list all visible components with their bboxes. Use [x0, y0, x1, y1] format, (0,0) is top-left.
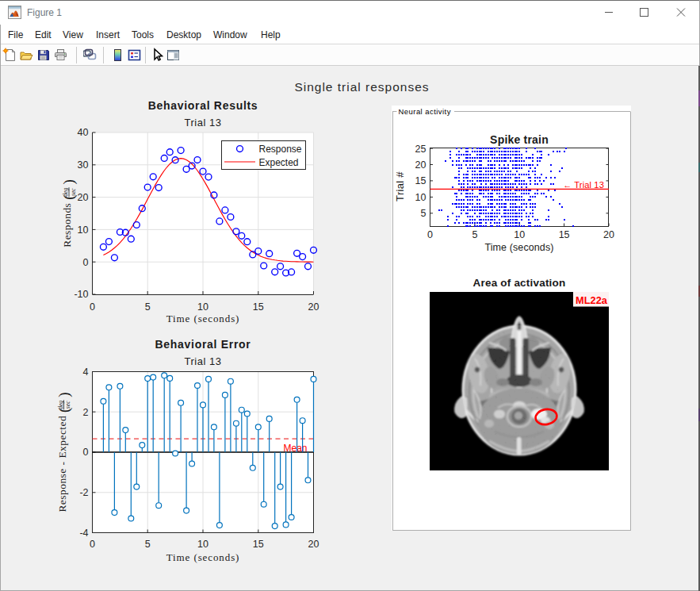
svg-text:15: 15: [415, 175, 427, 186]
svg-text:Time (seconds): Time (seconds): [166, 313, 240, 324]
svg-text:5: 5: [421, 208, 427, 219]
svg-text:20: 20: [603, 229, 614, 240]
svg-text:Response - Expected: Response - Expected: [56, 416, 68, 512]
svg-text:20: 20: [308, 301, 319, 313]
svg-text:0: 0: [427, 229, 433, 240]
svg-text:40: 40: [78, 127, 89, 138]
svg-text:30: 30: [78, 159, 89, 171]
svg-text:20: 20: [78, 192, 89, 203]
svg-text:15: 15: [559, 229, 570, 240]
svg-text:15: 15: [253, 539, 264, 550]
svg-text:Time (seconds): Time (seconds): [166, 551, 240, 563]
svg-text:15: 15: [253, 301, 264, 313]
svg-text:2: 2: [83, 407, 89, 418]
svg-text:sec: sec: [64, 401, 71, 409]
svg-text:deg: deg: [57, 401, 64, 409]
svg-text:Area of activation: Area of activation: [473, 277, 566, 289]
svg-text:4: 4: [83, 366, 89, 378]
svg-text:-4: -4: [79, 528, 88, 539]
svg-text:): ): [55, 392, 73, 397]
svg-text:5: 5: [145, 539, 151, 550]
svg-text:Mean: Mean: [283, 443, 307, 454]
svg-text:Trial #: Trial #: [394, 171, 406, 201]
svg-text:Expected: Expected: [259, 157, 299, 168]
svg-text:ML22a: ML22a: [576, 294, 608, 306]
svg-text:0: 0: [83, 447, 89, 458]
svg-text:20: 20: [415, 159, 427, 171]
svg-text:Behavioral Results: Behavioral Results: [148, 99, 258, 112]
svg-text:Trial 13: Trial 13: [185, 117, 222, 129]
svg-text:10: 10: [197, 301, 208, 313]
svg-text:20: 20: [308, 539, 319, 550]
svg-text:Single trial responses: Single trial responses: [294, 80, 429, 94]
svg-text:Response: Response: [259, 144, 302, 155]
svg-text:0: 0: [90, 301, 95, 313]
svg-text:5: 5: [472, 229, 477, 240]
svg-text:Responds: Responds: [61, 203, 73, 248]
svg-text:sec: sec: [70, 188, 77, 196]
svg-text:25: 25: [415, 144, 427, 155]
svg-text:5: 5: [145, 301, 151, 313]
svg-text:Behavioral Error: Behavioral Error: [155, 338, 251, 351]
svg-text:Spike train: Spike train: [490, 133, 549, 146]
svg-text:← Trial 13: ← Trial 13: [563, 180, 604, 190]
svg-text:-10: -10: [74, 289, 88, 300]
svg-text:10: 10: [415, 192, 427, 203]
svg-text:10: 10: [197, 539, 208, 550]
svg-text:0: 0: [90, 539, 95, 550]
svg-text:deg: deg: [62, 188, 69, 197]
svg-text:): ): [60, 179, 78, 184]
svg-text:Trial 13: Trial 13: [185, 355, 222, 367]
svg-text:Neural activity: Neural activity: [399, 107, 451, 116]
svg-text:10: 10: [78, 225, 89, 236]
svg-text:Time (seconds): Time (seconds): [484, 242, 553, 253]
svg-text:-2: -2: [79, 487, 88, 498]
svg-text:0: 0: [83, 257, 89, 268]
svg-text:10: 10: [514, 229, 525, 240]
